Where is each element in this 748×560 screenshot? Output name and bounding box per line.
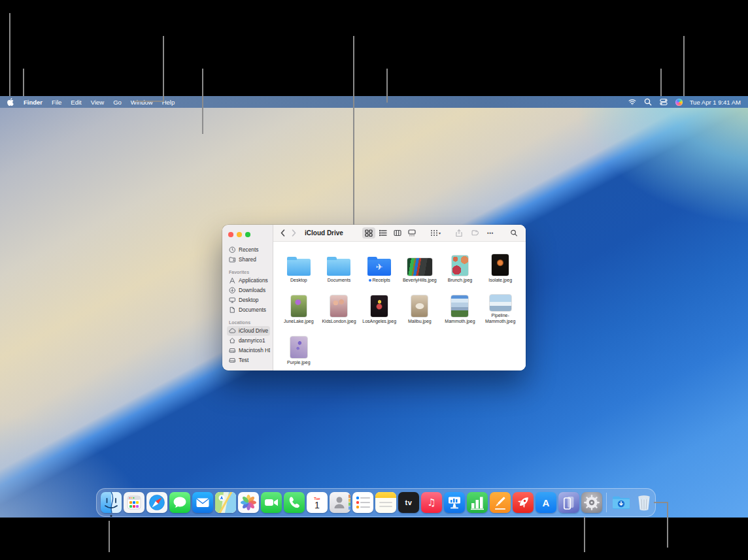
wifi-icon[interactable] — [628, 98, 637, 107]
sidebar-item-icloud-drive[interactable]: iCloud Drive — [227, 326, 270, 336]
siri-icon[interactable] — [675, 99, 683, 106]
dock-reminders-icon[interactable] — [352, 492, 373, 513]
dock-pages-icon[interactable] — [490, 492, 511, 513]
file-receipts[interactable]: ✈Receipts — [359, 249, 400, 283]
dock-keynote-icon[interactable] — [444, 492, 465, 513]
dock-notes-icon[interactable] — [375, 492, 396, 513]
search-button[interactable] — [507, 227, 520, 239]
list-view-button[interactable] — [377, 227, 390, 239]
menu-bar-clock[interactable]: Tue Apr 1 9:41 AM — [690, 99, 741, 106]
dock-iphonemirroring-icon[interactable] — [558, 492, 579, 513]
finder-toolbar: iCloud Drive — [273, 225, 526, 242]
dock-contacts-icon[interactable] — [330, 492, 350, 513]
sidebar-item-test[interactable]: Test — [227, 355, 270, 365]
file-mammoth-jpeg[interactable]: Mammoth.jpeg — [440, 290, 481, 324]
gallery-view-button[interactable] — [405, 227, 418, 239]
menu-item-finder[interactable]: Finder — [24, 99, 42, 106]
phone-app-icon — [284, 492, 305, 513]
more-options-button[interactable]: ⋯ — [484, 227, 497, 239]
menu-item-file[interactable]: File — [52, 99, 61, 106]
file-name: BeverlyHills.jpeg — [403, 278, 437, 283]
dock-phone-icon[interactable] — [284, 492, 305, 513]
icon-view-button[interactable] — [362, 227, 375, 239]
dock-safari-icon[interactable] — [146, 492, 167, 513]
tags-button[interactable] — [468, 227, 481, 239]
apple-menu-icon[interactable] — [7, 98, 14, 107]
dock-facetime-icon[interactable] — [261, 492, 282, 513]
file-malibu-jpeg[interactable]: Malibu.jpeg — [400, 290, 440, 324]
cloud-icon — [229, 327, 236, 335]
callout-line-menus-horizontal — [135, 101, 164, 102]
menu-item-go[interactable]: Go — [113, 99, 122, 106]
dock-messages-icon[interactable] — [169, 492, 190, 513]
image-thumbnail — [490, 295, 511, 311]
group-by-button[interactable]: ▾ — [429, 227, 442, 239]
file-pipeline-mammoth-jpeg[interactable]: Pipeline-Mammoth.jpeg — [480, 290, 520, 324]
file-name-text: KidsLondon.jpeg — [322, 319, 356, 324]
minimize-button[interactable] — [237, 232, 242, 237]
column-view-button[interactable] — [391, 227, 404, 239]
spotlight-search-icon[interactable] — [644, 98, 653, 107]
file-purple-jpeg[interactable]: Purple.jpeg — [279, 331, 319, 365]
file-name-text: Malibu.jpeg — [408, 319, 432, 324]
file-name: Pipeline-Mammoth.jpeg — [481, 313, 520, 324]
shared-icon — [229, 256, 236, 263]
dock-music-icon[interactable]: ♫ — [421, 492, 442, 513]
dock-photos-icon[interactable] — [238, 492, 259, 513]
forward-button[interactable] — [290, 228, 298, 239]
menu-item-window[interactable]: Window — [131, 99, 153, 106]
sidebar-item-dannyrico1[interactable]: dannyrico1 — [227, 336, 270, 346]
share-button[interactable] — [452, 227, 466, 239]
image-thumbnail — [452, 255, 468, 276]
file-isolate-jpeg[interactable]: Isolate.jpeg — [480, 249, 520, 283]
dock-finder-icon[interactable] — [101, 492, 122, 513]
dock-numbers-icon[interactable] — [467, 492, 488, 513]
file-junelake-jpeg[interactable]: JuneLake.jpeg — [279, 290, 319, 324]
dock-systemsettings-icon[interactable] — [581, 492, 602, 513]
file-name-text: Desktop — [290, 278, 307, 283]
callout-line-system-settings-dock-icon — [584, 517, 585, 552]
home-icon — [229, 337, 236, 344]
dock: Tue1tv♫A — [96, 488, 656, 517]
image-thumbnail — [411, 295, 428, 317]
sidebar-item-desktop[interactable]: Desktop — [227, 295, 270, 305]
downloads-app-icon — [611, 492, 632, 513]
tv-glyph: tv — [405, 499, 413, 506]
music-glyph: ♫ — [427, 497, 435, 508]
dock-appstore-icon[interactable]: A — [536, 492, 556, 513]
file-documents[interactable]: Documents — [319, 249, 360, 283]
trash-app-icon — [634, 492, 654, 513]
callout-line-finder-dock-icon — [109, 521, 110, 552]
sidebar-item-documents[interactable]: Documents — [227, 305, 270, 315]
sidebar-item-label: Test — [239, 357, 248, 363]
back-button[interactable] — [279, 228, 287, 239]
callout-line-trash-horizontal — [654, 502, 668, 503]
file-losangeles-jpeg[interactable]: LosAngeles.jpeg — [359, 290, 400, 324]
folder-icon — [287, 259, 311, 276]
dock-trash-icon[interactable] — [634, 492, 654, 513]
file-desktop[interactable]: Desktop — [279, 249, 319, 283]
dock-maps-icon[interactable] — [215, 492, 236, 513]
zoom-button[interactable] — [245, 232, 250, 237]
close-button[interactable] — [228, 232, 233, 237]
image-thumbnail — [330, 295, 347, 317]
dock-launchpad-icon[interactable] — [124, 492, 144, 513]
dock-calendar-icon[interactable]: Tue1 — [307, 492, 328, 513]
dock-rocket-icon[interactable] — [513, 492, 534, 513]
sidebar-item-applications[interactable]: Applications — [227, 276, 270, 286]
sidebar-item-downloads[interactable]: Downloads — [227, 286, 270, 295]
file-brunch-jpeg[interactable]: Brunch.jpeg — [440, 249, 481, 283]
menu-item-view[interactable]: View — [91, 99, 104, 106]
file-kidslondon-jpeg[interactable]: KidsLondon.jpeg — [319, 290, 360, 324]
file-name: Purple.jpeg — [287, 360, 310, 365]
sidebar-item-shared[interactable]: Shared — [227, 255, 270, 265]
dock-downloads-icon[interactable] — [611, 492, 632, 513]
sidebar-item-macintosh-hd[interactable]: Macintosh HD — [227, 346, 270, 355]
control-center-icon[interactable] — [660, 98, 668, 107]
file-beverlyhills-jpeg[interactable]: BeverlyHills.jpeg — [400, 249, 440, 283]
dock-tv-icon[interactable]: tv — [398, 492, 419, 513]
file-name: Malibu.jpeg — [408, 319, 432, 324]
dock-mail-icon[interactable] — [192, 492, 213, 513]
menu-item-edit[interactable]: Edit — [71, 99, 81, 106]
sidebar-item-recents[interactable]: Recents — [227, 245, 270, 255]
